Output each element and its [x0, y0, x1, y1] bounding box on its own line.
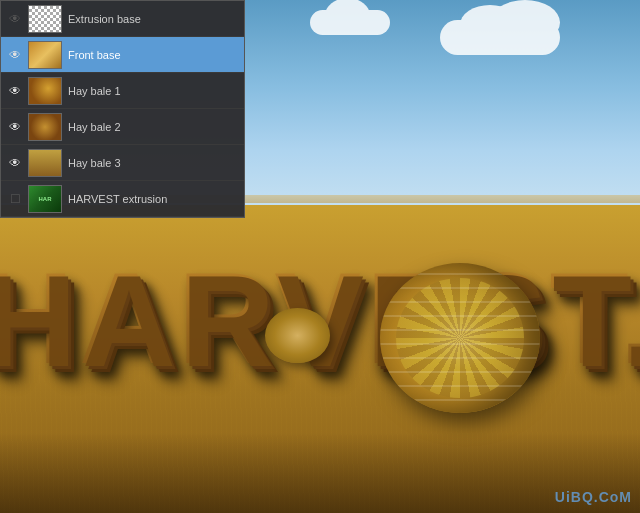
cloud-1 [440, 20, 560, 55]
layer-thumb-hay3 [28, 149, 62, 177]
visibility-toggle-hay-bale-1[interactable]: 👁 [5, 81, 25, 101]
cloud-2 [310, 10, 390, 35]
visibility-toggle-front-base[interactable]: 👁 [5, 45, 25, 65]
eye-open-icon-hay2: 👁 [9, 120, 21, 134]
layer-row-hay-bale-3[interactable]: 👁 Hay bale 3 [1, 145, 244, 181]
layer-thumb-extrusion-base [28, 5, 62, 33]
layer-row-front-base[interactable]: 👁 Front base [1, 37, 244, 73]
layer-thumb-front-base [28, 41, 62, 69]
eye-closed-icon: 👁 [9, 12, 21, 26]
layer-row-harvest-extrusion[interactable]: ☐ HAR HARVEST extrusion [1, 181, 244, 217]
eye-closed-icon-harvest: ☐ [10, 192, 21, 206]
bottom-shadow [0, 433, 640, 513]
layer-thumb-hay2 [28, 113, 62, 141]
eye-open-icon: 👁 [9, 48, 21, 62]
layer-thumb-hay1 [28, 77, 62, 105]
thumb-harvest-extrusion: HAR [29, 186, 61, 212]
visibility-toggle-harvest-extrusion[interactable]: ☐ [5, 189, 25, 209]
layer-row-extrusion-base[interactable]: 👁 Extrusion base [1, 1, 244, 37]
eye-open-icon-hay3: 👁 [9, 156, 21, 170]
layer-row-hay-bale-1[interactable]: 👁 Hay bale 1 [1, 73, 244, 109]
visibility-toggle-hay-bale-2[interactable]: 👁 [5, 117, 25, 137]
main-container: HARVEST. 👁 Extrusion base 👁 [0, 0, 640, 513]
thumb-hay-bale-3 [29, 150, 61, 176]
visibility-toggle-extrusion-base[interactable]: 👁 [5, 9, 25, 29]
layer-name-harvest-extrusion: HARVEST extrusion [68, 193, 240, 205]
layer-thumb-harvest: HAR [28, 185, 62, 213]
layer-name-front-base: Front base [68, 49, 240, 61]
layer-name-hay-bale-3: Hay bale 3 [68, 157, 240, 169]
layers-panel: 👁 Extrusion base 👁 Front base 👁 [0, 0, 245, 218]
thumb-front-base [29, 42, 61, 68]
visibility-toggle-hay-bale-3[interactable]: 👁 [5, 153, 25, 173]
thumb-checker-extrusion [29, 6, 61, 32]
hay-bale-main [380, 263, 540, 413]
layer-row-hay-bale-2[interactable]: 👁 Hay bale 2 [1, 109, 244, 145]
layer-name-hay-bale-1: Hay bale 1 [68, 85, 240, 97]
layer-name-hay-bale-2: Hay bale 2 [68, 121, 240, 133]
thumb-harvest-label: HAR [39, 196, 52, 202]
bale-lines [380, 263, 540, 413]
layer-name-extrusion-base: Extrusion base [68, 13, 240, 25]
thumb-hay-bale-1 [29, 78, 61, 104]
hay-bale-background [265, 308, 330, 363]
eye-open-icon-hay1: 👁 [9, 84, 21, 98]
watermark: UiBQ.CoM [555, 489, 632, 505]
thumb-hay-bale-2 [29, 114, 61, 140]
